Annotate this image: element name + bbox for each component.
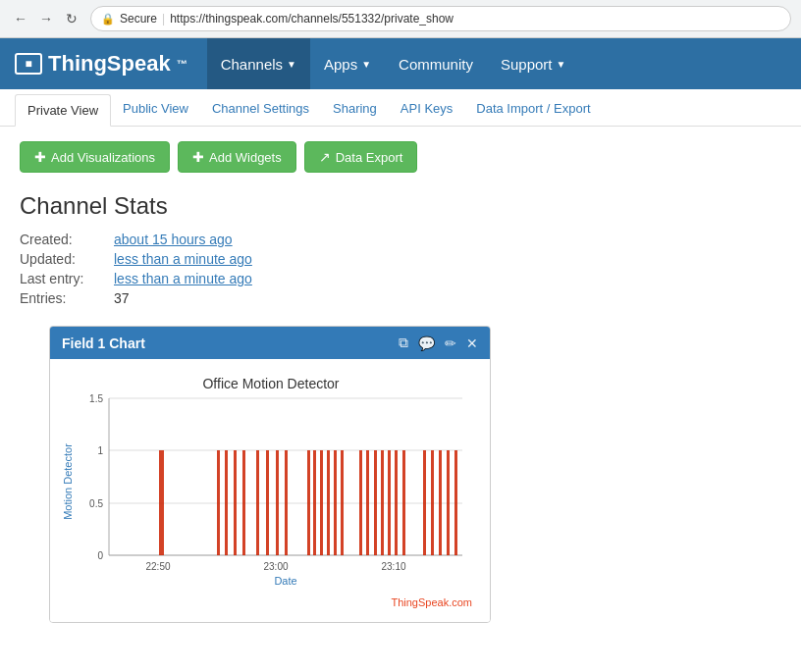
browser-chrome: ← → ↻ 🔒 Secure | https://thingspeak.com/… [0,0,801,38]
nav-item-apps[interactable]: Apps ▼ [310,38,385,89]
svg-rect-15 [225,450,228,555]
svg-text:22:50: 22:50 [145,561,170,572]
chart-widget: Field 1 Chart ⧉ 💬 ✏ ✕ Office Motion Dete… [49,326,491,623]
svg-rect-27 [341,450,344,555]
svg-rect-25 [327,450,330,555]
tab-public-view[interactable]: Public View [111,93,200,126]
svg-rect-31 [381,450,384,555]
main-content: ✚ Add Visualizations ✚ Add Widgets ↗ Dat… [0,127,801,638]
reload-button[interactable]: ↻ [61,8,82,29]
last-entry-value[interactable]: less than a minute ago [114,271,252,286]
stats-row-updated: Updated: less than a minute ago [20,251,781,267]
channels-caret: ▼ [287,59,296,70]
brand[interactable]: ■ ThingSpeak™ [15,51,187,77]
nav-item-support[interactable]: Support ▼ [487,38,579,89]
brand-name: ThingSpeak [48,51,171,77]
svg-rect-23 [313,450,316,555]
svg-rect-18 [256,450,259,555]
svg-rect-38 [447,450,450,555]
chart-watermark: ThingSpeak.com [60,594,480,612]
nav-items: Channels ▼ Apps ▼ Community Support ▼ [207,38,580,89]
updated-label: Updated: [20,251,108,267]
chart-main-title: Office Motion Detector [202,376,339,391]
chart-edit-button[interactable]: ✏ [445,336,456,351]
nav-label-support: Support [501,56,553,73]
svg-text:0: 0 [97,550,103,561]
browser-nav-buttons: ← → ↻ [10,8,82,29]
apps-caret: ▼ [361,59,371,70]
created-value[interactable]: about 15 hours ago [114,232,233,247]
svg-rect-28 [359,450,362,555]
svg-rect-14 [217,450,220,555]
chart-svg: Office Motion Detector Motion Detector 0… [60,369,482,594]
stats-row-entries: Entries: 37 [20,290,781,306]
tab-api-keys[interactable]: API Keys [389,93,464,126]
data-export-icon: ↗ [319,149,331,165]
stats-row-created: Created: about 15 hours ago [20,232,781,247]
svg-rect-36 [431,450,434,555]
svg-text:0.5: 0.5 [89,498,103,509]
chart-body: Office Motion Detector Motion Detector 0… [50,359,490,622]
add-visualizations-button[interactable]: ✚ Add Visualizations [20,141,170,173]
svg-rect-22 [307,450,310,555]
back-button[interactable]: ← [10,8,31,29]
add-widgets-label: Add Widgets [209,150,282,165]
nav-label-apps: Apps [324,56,357,73]
entries-value: 37 [114,290,130,306]
nav-item-channels[interactable]: Channels ▼ [207,38,310,89]
y-axis-label: Motion Detector [62,443,74,520]
svg-rect-16 [234,450,237,555]
forward-button[interactable]: → [35,8,57,29]
svg-rect-35 [423,450,426,555]
svg-rect-20 [276,450,279,555]
tab-private-view-label: Private View [27,103,98,118]
address-bar[interactable]: 🔒 Secure | https://thingspeak.com/channe… [90,6,791,31]
secure-label: Secure [120,12,157,26]
svg-rect-29 [366,450,369,555]
tab-channel-settings[interactable]: Channel Settings [200,93,321,126]
tab-data-import-export-label: Data Import / Export [476,101,590,116]
chart-title: Field 1 Chart [62,336,145,351]
stats-row-last-entry: Last entry: less than a minute ago [20,271,781,286]
tab-data-import-export[interactable]: Data Import / Export [464,93,602,126]
add-visualizations-label: Add Visualizations [51,150,155,165]
svg-rect-17 [242,450,245,555]
svg-rect-24 [320,450,323,555]
chart-header: Field 1 Chart ⧉ 💬 ✏ ✕ [50,327,490,359]
svg-rect-39 [454,450,457,555]
svg-text:23:10: 23:10 [381,561,405,572]
tab-sharing[interactable]: Sharing [321,93,389,126]
tab-channel-settings-label: Channel Settings [212,101,309,116]
channel-stats-section: Channel Stats Created: about 15 hours ag… [20,192,781,306]
updated-value[interactable]: less than a minute ago [114,251,252,267]
nav-label-community: Community [399,56,473,73]
chart-comment-button[interactable]: 💬 [418,336,435,351]
lock-icon: 🔒 [101,13,115,26]
navbar: ■ ThingSpeak™ Channels ▼ Apps ▼ Communit… [0,38,801,89]
url-text: https://thingspeak.com/channels/551332/p… [170,12,454,26]
svg-rect-13 [159,450,164,555]
tab-sharing-label: Sharing [333,101,377,116]
entries-label: Entries: [20,290,108,306]
svg-text:23:00: 23:00 [263,561,288,572]
svg-rect-34 [402,450,405,555]
svg-rect-21 [285,450,288,555]
x-axis-label: Date [274,575,296,587]
tab-private-view[interactable]: Private View [15,94,111,127]
tab-public-view-label: Public View [123,101,188,116]
svg-text:1.5: 1.5 [89,393,103,404]
chart-actions: ⧉ 💬 ✏ ✕ [399,335,478,351]
channel-stats-title: Channel Stats [20,192,781,220]
add-widgets-button[interactable]: ✚ Add Widgets [178,141,296,173]
chart-expand-button[interactable]: ⧉ [399,335,408,351]
data-export-button[interactable]: ↗ Data Export [304,141,418,173]
action-buttons-row: ✚ Add Visualizations ✚ Add Widgets ↗ Dat… [20,141,781,173]
brand-icon: ■ [15,53,42,75]
brand-tm: ™ [177,58,187,70]
svg-rect-32 [388,450,391,555]
url-separator: | [162,12,165,26]
nav-item-community[interactable]: Community [385,38,487,89]
svg-rect-26 [334,450,337,555]
chart-close-button[interactable]: ✕ [466,336,478,351]
tab-api-keys-label: API Keys [400,101,453,116]
